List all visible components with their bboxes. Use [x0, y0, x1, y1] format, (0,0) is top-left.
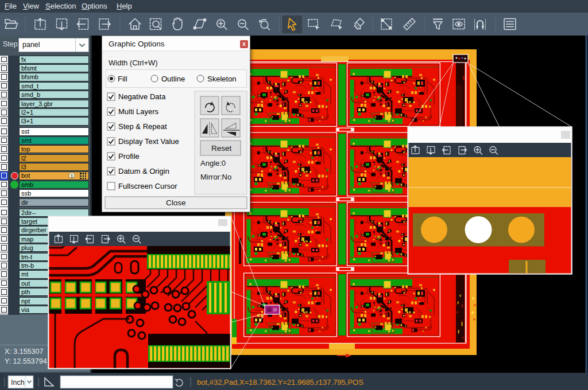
svg-text:Angle:0: Angle:0: [200, 159, 226, 167]
svg-text:Inch: Inch: [11, 379, 25, 387]
svg-text:Negative Data: Negative Data: [118, 92, 166, 101]
svg-text:Outline: Outline: [161, 75, 185, 83]
svg-text:Fullscreen Cursor: Fullscreen Cursor: [118, 182, 177, 190]
svg-text:Skeleton: Skeleton: [207, 75, 237, 83]
svg-text:Profile: Profile: [118, 152, 140, 161]
svg-text:bot,#32,Pad,X=18.7362,Y=21.968: bot,#32,Pad,X=18.7362,Y=21.9685,r137.795…: [197, 378, 363, 387]
svg-text:Step & Repeat: Step & Repeat: [118, 122, 167, 131]
svg-text:Datum & Origin: Datum & Origin: [118, 167, 169, 176]
svg-text:Display Text Value: Display Text Value: [118, 137, 179, 146]
svg-text:Multi Layers: Multi Layers: [118, 107, 159, 116]
svg-text:Reset: Reset: [211, 144, 232, 153]
svg-text:Mirror:No: Mirror:No: [200, 173, 231, 181]
svg-text:Close: Close: [166, 198, 186, 207]
svg-text:Fill: Fill: [118, 75, 127, 83]
